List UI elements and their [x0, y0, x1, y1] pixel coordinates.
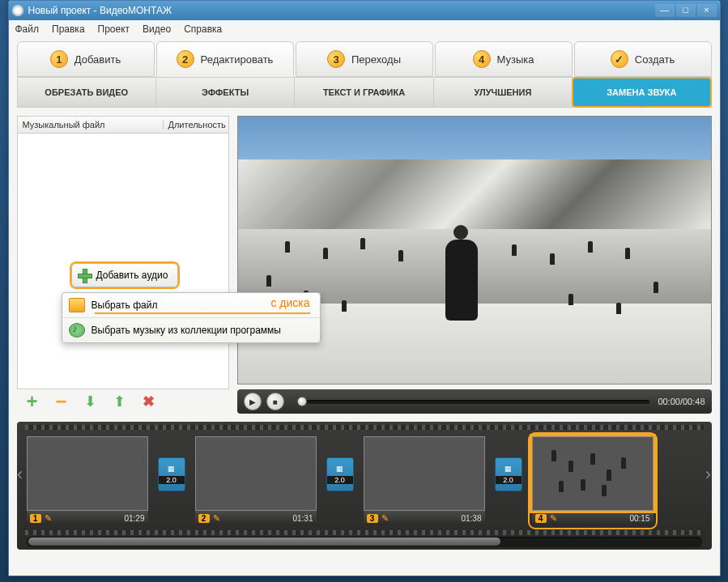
maximize-button[interactable]: □ — [676, 4, 696, 17]
add-audio-button[interactable]: Добавить аудио — [71, 263, 179, 287]
clip-duration: 01:31 — [292, 514, 313, 523]
dropdown-from-file[interactable]: Выбрать файл с диска — [62, 293, 320, 318]
step-add[interactable]: 1Добавить — [17, 41, 155, 77]
clip-2[interactable]: 2 ✎ 01:31 — [195, 436, 317, 525]
step-number-icon: 3 — [327, 50, 345, 68]
step-music[interactable]: 4Музыка — [435, 41, 573, 77]
step-label: Создать — [635, 53, 675, 66]
clip-index: 4 — [535, 514, 547, 523]
trans-duration: 2.0 — [496, 476, 522, 484]
close-button[interactable]: × — [697, 4, 717, 17]
edit-icon[interactable]: ✎ — [213, 513, 220, 524]
hint-underline — [95, 312, 310, 314]
music-icon — [69, 323, 85, 338]
check-icon: ✓ — [611, 50, 628, 68]
stop-button[interactable]: ■ — [266, 393, 284, 410]
step-label: Музыка — [497, 53, 534, 66]
trans-duration: 2.0 — [327, 476, 353, 484]
clip-thumb — [195, 436, 317, 511]
filmstrip-top — [25, 425, 704, 430]
menu-help[interactable]: Справка — [184, 23, 222, 35]
step-label: Редактировать — [201, 53, 274, 66]
menu-file[interactable]: Файл — [15, 23, 40, 35]
step-edit[interactable]: 2Редактировать — [156, 41, 294, 77]
trans-duration: 2.0 — [159, 476, 185, 484]
edit-subtabs: ОБРЕЗАТЬ ВИДЕО ЭФФЕКТЫ ТЕКСТ И ГРАФИКА У… — [17, 77, 712, 108]
transition-3[interactable]: ▦2.0 — [495, 457, 522, 491]
edit-icon[interactable]: ✎ — [381, 513, 389, 524]
add-button[interactable]: + — [23, 393, 41, 410]
edit-icon[interactable]: ✎ — [550, 513, 557, 524]
move-up-button[interactable]: ⬆ — [111, 393, 129, 410]
col-duration[interactable]: Длительность — [164, 120, 228, 130]
list-toolbar: + − ⬇ ⬆ ✖ — [17, 389, 229, 414]
disk-hint: с диска — [270, 296, 309, 309]
preview-panel: ▶ ■ 00:00 / 00:48 — [237, 116, 712, 414]
delete-button[interactable]: ✖ — [140, 393, 158, 410]
edit-icon[interactable]: ✎ — [45, 513, 52, 524]
audio-list-panel: Музыкальный файл Длительность Добавить а… — [17, 116, 229, 414]
folder-icon — [69, 298, 85, 312]
clip-meta: 1 ✎ 01:29 — [27, 511, 148, 525]
menu-edit[interactable]: Правка — [52, 23, 85, 35]
window-title: Новый проект - ВидеоМОНТАЖ — [28, 5, 653, 16]
add-audio-label: Добавить аудио — [96, 270, 168, 281]
menu-project[interactable]: Проект — [98, 23, 130, 35]
player-controls: ▶ ■ 00:00 / 00:48 — [237, 389, 712, 414]
menu-video[interactable]: Видео — [143, 23, 171, 35]
clip-duration: 01:38 — [461, 514, 481, 523]
move-down-button[interactable]: ⬇ — [82, 393, 100, 410]
step-label: Переходы — [351, 53, 401, 66]
clip-duration: 01:29 — [124, 514, 144, 523]
clip-thumb — [532, 436, 653, 511]
progress-bar[interactable] — [297, 400, 650, 404]
app-icon — [12, 5, 23, 16]
video-preview[interactable] — [237, 116, 712, 384]
transition-1[interactable]: ▦2.0 — [158, 457, 185, 491]
timeline-next[interactable]: › — [700, 462, 717, 486]
play-button[interactable]: ▶ — [244, 393, 262, 410]
progress-knob[interactable] — [297, 397, 307, 406]
tab-enhance[interactable]: УЛУЧШЕНИЯ — [434, 78, 573, 107]
remove-button[interactable]: − — [53, 393, 70, 410]
dropdown-label: Выбрать файл — [92, 299, 158, 311]
scrollbar-thumb[interactable] — [28, 537, 501, 546]
tab-trim[interactable]: ОБРЕЗАТЬ ВИДЕО — [18, 78, 156, 107]
step-label: Добавить — [75, 53, 121, 66]
timeline-scrollbar[interactable] — [27, 537, 702, 547]
clip-4[interactable]: 4 ✎ 00:15 — [532, 436, 653, 525]
tab-text[interactable]: ТЕКСТ И ГРАФИКА — [295, 78, 433, 107]
clip-index: 2 — [198, 514, 210, 523]
minimize-button[interactable]: — — [655, 4, 675, 17]
add-audio-dropdown: Выбрать файл с диска Выбрать музыку из к… — [62, 292, 321, 343]
audio-list[interactable]: Добавить аудио Выбрать файл с диска Выбр… — [17, 134, 229, 389]
clip-meta: 3 ✎ 01:38 — [364, 511, 485, 525]
clip-index: 3 — [367, 514, 378, 523]
preview-frame — [238, 117, 711, 384]
transition-2[interactable]: ▦2.0 — [326, 457, 354, 491]
wizard-steps: 1Добавить 2Редактировать 3Переходы 4Музы… — [9, 38, 720, 77]
step-create[interactable]: ✓Создать — [574, 41, 712, 77]
clip-thumb — [27, 436, 148, 511]
clip-meta: 4 ✎ 00:15 — [532, 511, 653, 525]
app-window: Новый проект - ВидеоМОНТАЖ — □ × Файл Пр… — [8, 0, 721, 576]
menubar: Файл Правка Проект Видео Справка — [9, 20, 720, 38]
main-area: Музыкальный файл Длительность Добавить а… — [9, 108, 720, 422]
clip-1[interactable]: 1 ✎ 01:29 — [27, 436, 148, 525]
plus-icon — [77, 268, 92, 283]
timeline: ‹ › 1 ✎ 01:29 ▦2.0 2 ✎ 01:31 ▦2.0 — [17, 422, 712, 550]
time-total: 00:48 — [683, 397, 705, 406]
clip-3[interactable]: 3 ✎ 01:38 — [364, 436, 485, 525]
tab-effects[interactable]: ЭФФЕКТЫ — [156, 78, 295, 107]
col-file[interactable]: Музыкальный файл — [18, 120, 164, 130]
titlebar[interactable]: Новый проект - ВидеоМОНТАЖ — □ × — [9, 1, 720, 20]
list-header: Музыкальный файл Длительность — [17, 116, 229, 134]
clip-meta: 2 ✎ 01:31 — [195, 511, 317, 525]
step-transitions[interactable]: 3Переходы — [296, 41, 433, 77]
timeline-prev[interactable]: ‹ — [12, 462, 28, 486]
dropdown-from-collection[interactable]: Выбрать музыку из коллекции программы — [62, 318, 320, 342]
step-number-icon: 1 — [50, 50, 68, 68]
clip-index: 1 — [30, 514, 41, 523]
tab-audio-replace[interactable]: ЗАМЕНА ЗВУКА — [573, 78, 710, 107]
clip-duration: 00:15 — [629, 514, 649, 523]
